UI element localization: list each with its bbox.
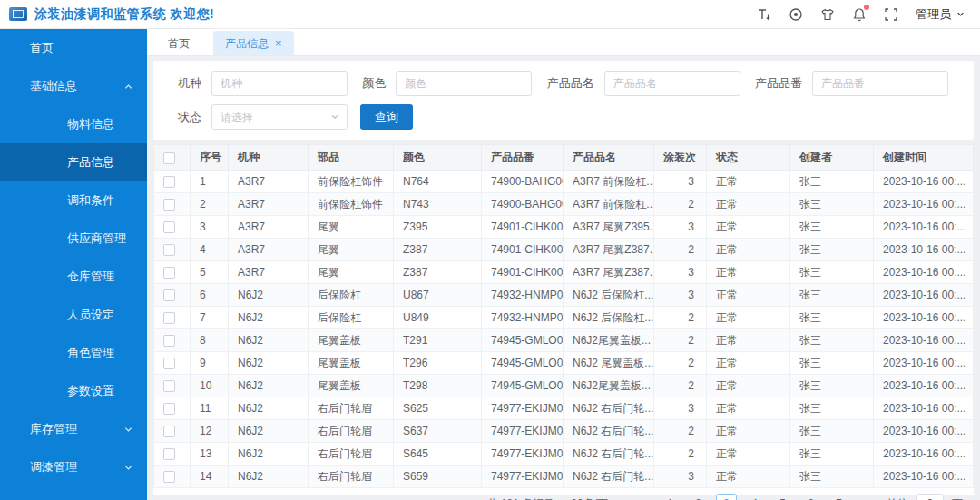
table-header-row: 序号机种部品颜色产品品番产品品名涂装次状态创建者创建时间 — [154, 145, 974, 171]
target-icon[interactable] — [789, 7, 803, 22]
filter-input[interactable] — [396, 71, 532, 96]
tab-active[interactable]: 产品信息× — [213, 31, 294, 55]
filter-input[interactable] — [604, 71, 740, 96]
row-checkbox[interactable] — [163, 176, 175, 188]
sidebar-item[interactable]: 调和条件 — [0, 181, 147, 220]
table-cell: N743 — [394, 193, 482, 216]
sidebar-item[interactable]: 供应商管理 — [0, 220, 147, 258]
fullscreen-icon[interactable] — [884, 7, 898, 22]
filter-input[interactable] — [812, 71, 948, 96]
table-cell: N6J2 右后门轮... — [564, 397, 654, 420]
sidebar-item[interactable]: 人员设定 — [0, 296, 147, 334]
table-cell: 11 — [191, 397, 229, 420]
table-cell: 张三 — [790, 329, 874, 352]
table-cell: 13 — [191, 443, 229, 466]
table-cell: 8 — [191, 329, 229, 352]
table-cell: 正常 — [707, 216, 790, 239]
sidebar-item-label: 基础信息 — [30, 78, 77, 94]
table-cell: 74900-BAHG00... — [482, 193, 564, 216]
table-row: 12N6J2右后门轮眉S63774977-EKIJM0...N6J2 右后门轮.… — [154, 420, 974, 443]
page-number[interactable]: 6 — [800, 494, 821, 500]
table-cell: 3 — [654, 397, 707, 420]
sidebar-item[interactable]: 角色管理 — [0, 334, 147, 372]
table-cell: 74945-GMLO0... — [482, 375, 564, 397]
table-cell: 正常 — [707, 375, 790, 397]
table-cell: A3R7 — [229, 261, 309, 284]
sidebar-item[interactable]: 物料信息 — [0, 105, 147, 143]
filter-field: 颜色 — [362, 71, 532, 96]
select-all-checkbox[interactable] — [163, 152, 175, 164]
tab-close-icon[interactable]: × — [275, 37, 282, 49]
table-cell: N6J2 — [229, 307, 309, 329]
row-checkbox[interactable] — [163, 244, 175, 256]
page-number[interactable]: 5 — [772, 494, 793, 500]
sidebar-item[interactable]: 仓库管理 — [0, 258, 147, 296]
next-page-button[interactable] — [854, 494, 874, 500]
goto-page-input[interactable] — [916, 494, 944, 500]
table-row: 11N6J2右后门轮眉S62574977-EKIJM0...N6J2 右后门轮.… — [154, 397, 974, 420]
column-header: 状态 — [707, 145, 790, 171]
theme-shirt-icon[interactable] — [820, 7, 835, 22]
table-cell: 4 — [191, 239, 229, 261]
row-checkbox[interactable] — [163, 403, 175, 415]
row-checkbox[interactable] — [163, 358, 175, 369]
font-size-icon[interactable] — [757, 7, 771, 22]
row-checkbox[interactable] — [163, 335, 175, 347]
table-cell: 74977-EKIJM0... — [482, 420, 564, 443]
sidebar-item-label: 人员设定 — [67, 307, 114, 323]
filter-input[interactable] — [211, 71, 348, 96]
goto-label: 前往 — [887, 496, 908, 500]
sidebar-item[interactable]: 库存管理 — [0, 410, 147, 448]
row-checkbox[interactable] — [163, 312, 175, 324]
table-row: 8N6J2尾翼盖板T29174945-GMLO0...N6J2尾翼盖板...2正… — [154, 329, 974, 352]
page-number[interactable]: 7 — [828, 494, 849, 500]
page-number[interactable]: 1 — [660, 494, 681, 500]
table-cell: 2023-10-16 00:... — [874, 466, 974, 488]
row-checkbox[interactable] — [163, 448, 175, 460]
search-button[interactable]: 查询 — [360, 104, 413, 130]
status-select-placeholder: 请选择 — [220, 110, 253, 125]
sidebar-item-label: 供应商管理 — [67, 230, 126, 247]
table-cell: A3R7 尾翼Z395... — [564, 216, 654, 239]
sidebar-item-active[interactable]: 产品信息 — [0, 143, 147, 181]
row-checkbox[interactable] — [163, 267, 175, 279]
sidebar-item[interactable]: 调漆管理 — [0, 448, 147, 486]
topbar-brand: 涂装油漆调和监管系统 欢迎您! — [9, 6, 214, 23]
sidebar-item[interactable]: 首页 — [0, 29, 147, 67]
page-number[interactable]: 2 — [688, 494, 709, 500]
row-checkbox-cell — [154, 352, 191, 375]
sidebar-item[interactable]: 参数设置 — [0, 372, 147, 410]
status-label: 状态 — [178, 109, 201, 125]
row-checkbox[interactable] — [163, 426, 175, 437]
row-checkbox[interactable] — [163, 471, 175, 483]
table-cell: 2023-10-16 00:... — [874, 443, 974, 466]
table-cell: 2 — [654, 307, 707, 329]
main-layout: 首页基础信息物料信息产品信息调和条件供应商管理仓库管理人员设定角色管理参数设置库… — [0, 29, 980, 500]
sidebar-item[interactable]: 基础信息 — [0, 67, 147, 105]
page-size-select[interactable]: 20条/页 — [571, 496, 621, 500]
page-number[interactable]: 4 — [744, 494, 765, 500]
row-checkbox[interactable] — [163, 380, 175, 392]
table-cell: S637 — [394, 420, 482, 443]
page-number-active[interactable]: 3 — [716, 494, 737, 500]
filter-field-label: 产品品名 — [547, 75, 594, 92]
row-checkbox-cell — [154, 193, 191, 216]
prev-page-button[interactable] — [635, 494, 655, 500]
tab-item[interactable]: 首页 — [166, 32, 191, 55]
table-cell: 12 — [191, 420, 229, 443]
filter-row-2: 状态 请选择 查询 — [178, 104, 948, 130]
table-cell: 正常 — [707, 466, 790, 488]
content-area: 机种颜色产品品名产品品番 状态 请选择 查询 — [147, 56, 980, 500]
notification-bell[interactable] — [852, 7, 867, 22]
user-menu[interactable]: 管理员 — [916, 6, 965, 23]
row-checkbox[interactable] — [163, 199, 175, 211]
table-cell: 74977-EKIJM0... — [482, 397, 564, 420]
main-panel: 首页产品信息× 机种颜色产品品名产品品番 状态 请选择 — [147, 29, 980, 500]
table-cell: 正常 — [707, 443, 790, 466]
status-select[interactable]: 请选择 — [211, 104, 348, 130]
row-checkbox[interactable] — [163, 221, 175, 233]
table-row: 13N6J2右后门轮眉S64574977-EKIJM0...N6J2 右后门轮.… — [154, 443, 974, 466]
row-checkbox-cell — [154, 329, 191, 352]
table-cell: 正常 — [707, 284, 790, 307]
row-checkbox[interactable] — [163, 289, 175, 301]
